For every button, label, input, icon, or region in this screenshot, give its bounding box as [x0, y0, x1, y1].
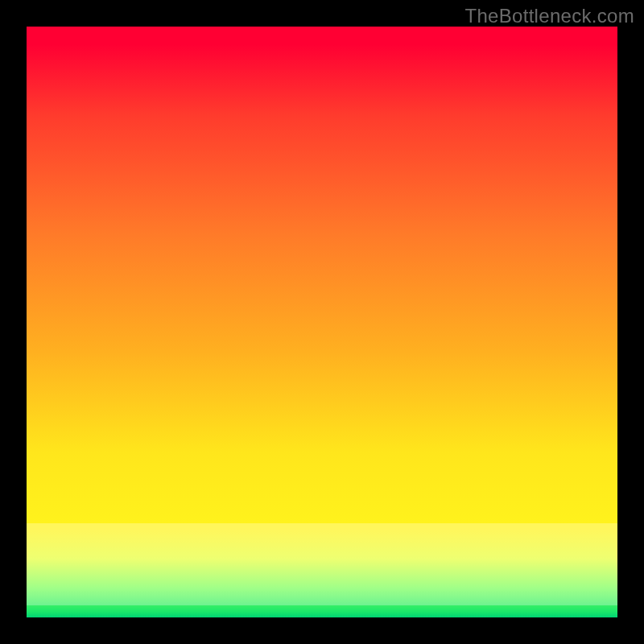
chart-frame: TheBottleneck.com [0, 0, 644, 644]
watermark-text: TheBottleneck.com [464, 5, 634, 27]
tint-band [27, 523, 617, 606]
plot-area [27, 27, 617, 617]
